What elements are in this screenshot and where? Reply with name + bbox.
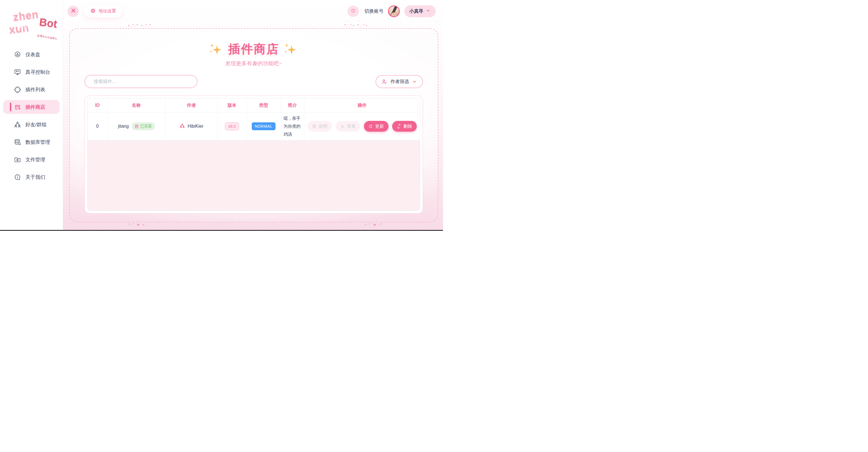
store-card: 插件商店 发现更多有趣的功能吧~ 作者筛选 <box>69 28 438 222</box>
delete-button-label: 删除 <box>403 124 412 129</box>
star-decoration: *·˚ ★ ⋆· <box>129 222 147 227</box>
sparkles-icon <box>286 44 296 54</box>
install-button-label: 安装 <box>347 124 356 129</box>
sidebar-item-plugin-store[interactable]: 插件商店 <box>3 100 60 114</box>
app-logo: zhen 緒山まひろ xun Bot お兄ちゃんはおし <box>4 8 58 39</box>
delete-button[interactable]: 删除 <box>392 121 417 132</box>
logo-jp-bottom: お兄ちゃんはおし <box>37 34 58 40</box>
close-button[interactable] <box>67 6 79 17</box>
close-icon <box>71 8 76 14</box>
cell-plugin-name: jitang 已安装 <box>107 112 165 140</box>
address-settings-label: 地址设置 <box>99 8 116 14</box>
sidebar-item-dashboard[interactable]: 仪表盘 <box>3 47 60 61</box>
version-badge: v0.2 <box>225 122 239 130</box>
address-settings-button[interactable]: 地址设置 <box>84 5 122 18</box>
plugin-table-container: ID 名称 作者 版本 类型 简介 操作 0 <box>87 98 420 211</box>
author-filter-icon <box>381 78 388 85</box>
sidebar-item-label: 仪表盘 <box>25 51 40 58</box>
installed-badge-label: 已安装 <box>140 124 152 129</box>
sidebar-item-label: 真寻控制台 <box>25 69 50 75</box>
cell-plugin-id: 0 <box>88 112 107 140</box>
gauge-icon <box>14 51 21 58</box>
update-button[interactable]: 更新 <box>364 121 389 132</box>
installed-badge: 已安装 <box>132 122 155 130</box>
about-icon <box>14 173 21 181</box>
column-header-type: 类型 <box>246 99 281 112</box>
table-header-row: ID 名称 作者 版本 类型 简介 操作 <box>88 99 420 112</box>
cell-actions: 说明 安装 更新 <box>304 112 420 140</box>
package-check-icon <box>134 124 139 129</box>
store-controls: 作者筛选 <box>85 75 423 88</box>
plugin-table-card: ID 名称 作者 版本 类型 简介 操作 0 <box>85 95 423 214</box>
plugin-author: HibiKier <box>188 124 204 129</box>
logo-text-bot: Bot <box>38 16 58 30</box>
sidebar-item-label: 数据库管理 <box>25 139 50 146</box>
active-indicator-bar <box>10 102 11 111</box>
cell-plugin-author: HibiKier <box>165 112 218 140</box>
theme-sparkle-button[interactable] <box>347 6 359 17</box>
sidebar-item-label: 插件列表 <box>25 86 45 93</box>
refresh-icon <box>368 124 373 129</box>
store-icon <box>14 103 21 111</box>
column-header-description: 简介 <box>281 99 304 112</box>
sidebar-nav: 仪表盘 真寻控制台 插件列表 插件商店 好友/群组 <box>0 47 63 184</box>
author-filter-button[interactable]: 作者筛选 <box>375 75 423 88</box>
table-row: 0 jitang 已安装 <box>88 112 420 140</box>
install-button[interactable]: 安装 <box>336 121 360 132</box>
unlink-icon <box>397 124 401 129</box>
plugin-table: ID 名称 作者 版本 类型 简介 操作 0 <box>88 99 420 140</box>
cell-plugin-version: v0.2 <box>218 112 246 140</box>
chevron-down-icon <box>412 79 417 84</box>
column-header-actions: 操作 <box>304 99 420 112</box>
friends-icon <box>14 121 21 128</box>
search-input[interactable] <box>85 75 197 88</box>
sidebar: zhen 緒山まひろ xun Bot お兄ちゃんはおし 仪表盘 真寻控制台 插件… <box>0 0 63 230</box>
database-icon <box>14 138 21 146</box>
sparkle-burst-icon <box>350 8 356 15</box>
sparkles-icon <box>211 44 221 54</box>
sidebar-item-plugin-list[interactable]: 插件列表 <box>3 83 60 96</box>
column-header-author: 作者 <box>165 99 218 112</box>
store-title-row: 插件商店 <box>211 41 296 57</box>
doc-button[interactable]: 说明 <box>307 121 332 132</box>
star-decoration: ⋆·° ★ .* <box>364 222 382 227</box>
sidebar-item-label: 文件管理 <box>25 156 45 163</box>
account-dropdown[interactable]: 小真寻 <box>404 5 436 17</box>
sidebar-item-file-manager[interactable]: 文件管理 <box>3 153 60 166</box>
sparkle-decoration: ⋆.°:* ⋆.°.* <box>127 23 151 28</box>
topbar: 地址设置 切换账号 小真寻 <box>63 0 443 22</box>
globe-icon <box>90 8 96 15</box>
sidebar-item-database[interactable]: 数据库管理 <box>3 135 60 149</box>
author-filter-label: 作者筛选 <box>391 78 409 85</box>
cell-plugin-type: NORMAL <box>246 112 281 140</box>
console-icon <box>14 68 21 76</box>
column-header-version: 版本 <box>218 99 246 112</box>
author-icon <box>179 123 185 130</box>
chevron-down-icon <box>426 8 431 14</box>
update-button-label: 更新 <box>375 124 384 129</box>
sidebar-item-label: 插件商店 <box>25 104 45 110</box>
column-header-name: 名称 <box>107 99 165 112</box>
page-title: 插件商店 <box>228 41 279 57</box>
sidebar-item-label: 关于我们 <box>25 174 45 181</box>
type-badge: NORMAL <box>252 122 276 130</box>
plugin-name: jitang <box>118 124 129 129</box>
column-header-id: ID <box>88 99 107 112</box>
doc-button-label: 说明 <box>319 124 328 129</box>
cell-plugin-description: 喏，亲手为你煮的鸡汤 <box>281 112 304 140</box>
avatar[interactable] <box>388 5 400 17</box>
account-name: 小真寻 <box>409 8 424 14</box>
logo-text-zhen: zhen <box>12 8 39 24</box>
sidebar-item-console[interactable]: 真寻控制台 <box>3 65 60 79</box>
switch-account-label[interactable]: 切换账号 <box>365 8 384 14</box>
download-icon <box>340 124 345 129</box>
main-area: 地址设置 切换账号 小真寻 ⋆.°:* ⋆.°.* *:.°⋆ *:.°⋆ *·… <box>63 0 443 230</box>
sidebar-item-about[interactable]: 关于我们 <box>3 170 60 184</box>
sparkle-decoration: *:.°⋆ *:.°⋆ <box>344 23 368 28</box>
page-subtitle: 发现更多有趣的功能吧~ <box>225 60 282 67</box>
sidebar-item-label: 好友/群组 <box>25 121 46 128</box>
folder-gear-icon <box>14 156 21 163</box>
sidebar-item-friends-groups[interactable]: 好友/群组 <box>3 118 60 131</box>
puzzle-icon <box>14 86 21 93</box>
plugin-store-page: ⋆.°:* ⋆.°.* *:.°⋆ *:.°⋆ *·˚ ★ ⋆· ⋆·° ★ .… <box>63 22 443 230</box>
